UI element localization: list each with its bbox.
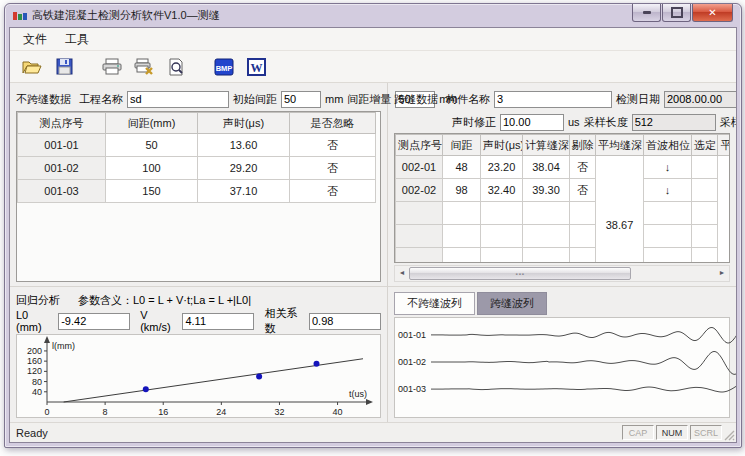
sound-time-correction-label: 声时修正 — [452, 115, 496, 130]
table-cell[interactable]: 否 — [290, 157, 376, 180]
resize-grip-icon[interactable] — [723, 429, 735, 441]
table-cell[interactable]: 38.04 — [523, 156, 570, 179]
crack-fields-row2: 声时修正 us 采样长度 采样周期 us — [394, 111, 730, 133]
panel-noncrack-data: 不跨缝数据 工程名称 初始间距 mm 间距增量 mm 测点序号间距(mm)声时(… — [10, 83, 388, 286]
table-cell[interactable]: 否 — [570, 156, 596, 179]
column-header: 计算缝深 — [523, 135, 570, 156]
menu-tools[interactable]: 工具 — [56, 29, 98, 50]
table-cell[interactable]: 否 — [290, 180, 376, 203]
svg-text:40: 40 — [32, 387, 42, 397]
test-date-input[interactable] — [664, 91, 737, 108]
table-cell[interactable]: 23.20 — [481, 156, 523, 179]
table-cell[interactable]: ↓ — [644, 156, 692, 179]
table-cell — [692, 179, 718, 202]
table-cell[interactable]: 否 — [290, 134, 376, 157]
table-cell[interactable]: 150 — [106, 180, 198, 203]
table-cell[interactable]: 001-03 — [18, 180, 106, 203]
table-row — [396, 248, 731, 264]
sample-length-input[interactable] — [632, 114, 716, 131]
svg-text:200: 200 — [27, 346, 42, 356]
export-word-button[interactable]: W — [242, 53, 270, 80]
table-cell — [570, 202, 596, 225]
export-bmp-button[interactable]: BMP — [210, 53, 238, 80]
caps-lock-indicator: CAP — [622, 425, 654, 440]
save-floppy-icon — [56, 58, 73, 75]
print-button[interactable] — [98, 53, 126, 80]
table-cell[interactable]: 否 — [570, 179, 596, 202]
correlation-input[interactable] — [309, 313, 381, 330]
table-cell[interactable]: 001-02 — [18, 157, 106, 180]
column-header: 测点序号 — [396, 135, 443, 156]
project-name-input[interactable] — [127, 91, 229, 108]
table-cell — [396, 202, 443, 225]
scrollbar-thumb[interactable]: ▪▪▪ — [409, 267, 631, 280]
open-file-button[interactable] — [18, 53, 46, 80]
scroll-right-arrow-icon[interactable]: ► — [715, 266, 729, 279]
table-cell[interactable]: 32.40 — [481, 179, 523, 202]
printer-icon — [102, 58, 122, 75]
regression-header: 回归分析 参数含义：L0 = L + V·t;La = L +|L0| — [16, 291, 381, 309]
save-button[interactable] — [50, 53, 78, 80]
column-header: 间距(mm) — [106, 113, 198, 134]
trace-label: 001-02 — [398, 357, 426, 367]
velocity-input[interactable] — [182, 313, 254, 330]
svg-text:0: 0 — [44, 407, 49, 417]
menu-file[interactable]: 文件 — [14, 29, 56, 50]
table-cell[interactable]: 48 — [443, 156, 481, 179]
table-cell[interactable]: 98 — [443, 179, 481, 202]
regression-chart: 08162432404080120160200l(mm)t(us) — [16, 334, 381, 418]
minimize-button[interactable] — [632, 4, 661, 22]
table-cell[interactable]: 13.60 — [198, 134, 290, 157]
column-header: 是否忽略 — [290, 113, 376, 134]
table-cell — [396, 225, 443, 248]
table-cell[interactable]: 002-01 — [396, 156, 443, 179]
table-row: 001-0315037.10否 — [18, 180, 376, 203]
window-body: 文件 工具 — [9, 27, 737, 443]
printer-setup-icon — [134, 58, 154, 75]
regression-title: 回归分析 — [16, 293, 60, 308]
scroll-left-arrow-icon[interactable]: ◄ — [395, 266, 409, 279]
table-cell — [523, 225, 570, 248]
svg-text:24: 24 — [216, 407, 226, 417]
tab-crack-waves[interactable]: 跨缝波列 — [477, 292, 547, 315]
table-cell — [396, 248, 443, 264]
table-cell[interactable]: 39.30 — [523, 179, 570, 202]
regression-fields: L0 (mm) V (km/s) 相关系数 — [16, 309, 381, 333]
svg-text:120: 120 — [27, 366, 42, 376]
close-button[interactable]: ✕ — [692, 4, 733, 22]
initial-spacing-input[interactable] — [281, 91, 321, 108]
table-cell[interactable]: 002-02 — [396, 179, 443, 202]
maximize-button[interactable] — [662, 4, 691, 22]
table-cell[interactable]: 29.20 — [198, 157, 290, 180]
print-setup-button[interactable] — [130, 53, 158, 80]
table-cell — [523, 202, 570, 225]
table-cell[interactable]: 100 — [106, 157, 198, 180]
column-header: 测点序号 — [18, 113, 106, 134]
initial-spacing-unit: mm — [325, 93, 343, 105]
column-header: 间距 — [443, 135, 481, 156]
crack-table-hscrollbar[interactable]: ◄ ▪▪▪ ► — [394, 265, 730, 282]
table-cell[interactable]: 50 — [106, 134, 198, 157]
table-row: 001-0210029.20否 — [18, 157, 376, 180]
tab-noncrack-waves[interactable]: 不跨缝波列 — [394, 292, 475, 315]
crack-fields-row1: 跨缝数据 构件名称 检测日期 初始间距 mm — [394, 87, 730, 111]
print-preview-button[interactable] — [162, 53, 190, 80]
table-cell — [481, 225, 523, 248]
table-cell — [644, 225, 692, 248]
l0-input[interactable] — [58, 313, 130, 330]
table-cell[interactable]: ↓ — [644, 179, 692, 202]
window-title: 高铁建混凝土检测分析软件V1.0—测缝 — [32, 8, 220, 23]
table-cell[interactable]: 37.10 — [198, 180, 290, 203]
table-cell — [644, 248, 692, 264]
toolbar: BMP W — [10, 51, 736, 83]
table-row: 002-014823.2038.04否38.67↓ — [396, 156, 731, 179]
table-cell — [692, 225, 718, 248]
regression-formula: 参数含义：L0 = L + V·t;La = L +|L0| — [78, 293, 251, 308]
table-cell — [692, 202, 718, 225]
column-header: 声时(μs) — [481, 135, 523, 156]
sound-time-correction-input[interactable] — [500, 114, 564, 131]
component-name-input[interactable] — [494, 91, 612, 108]
table-cell[interactable]: 001-01 — [18, 134, 106, 157]
title-bar: 高铁建混凝土检测分析软件V1.0—测缝 ✕ — [5, 4, 741, 27]
table-cell — [692, 156, 718, 179]
